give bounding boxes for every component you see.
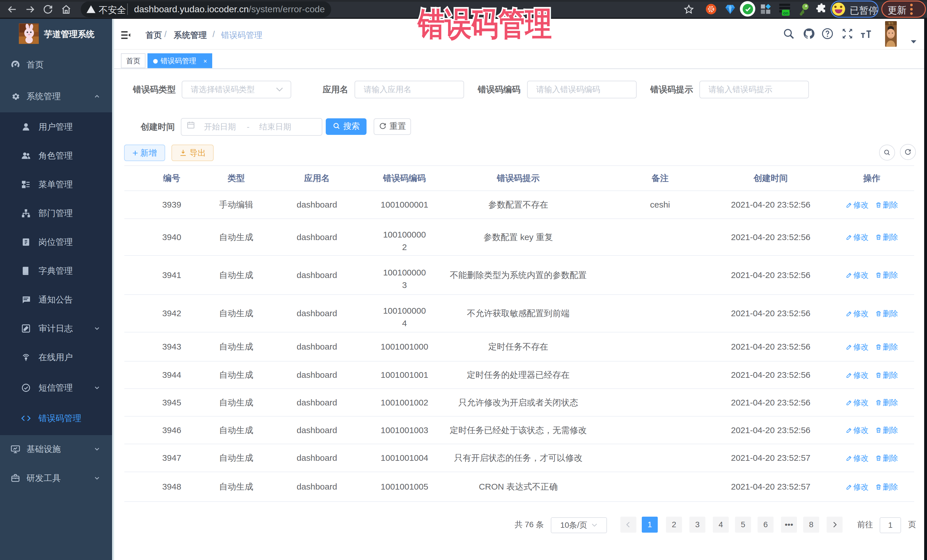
svg-text:错误码管理: 错误码管理 bbox=[417, 5, 552, 42]
svg-text:学习: 学习 bbox=[888, 22, 894, 25]
svg-text:on: on bbox=[783, 11, 789, 15]
